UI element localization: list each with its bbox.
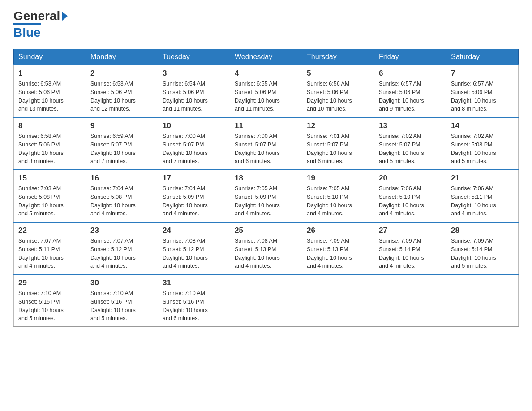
day-of-week-header: Wednesday <box>230 49 302 65</box>
calendar-cell: 19Sunrise: 7:05 AMSunset: 5:10 PMDayligh… <box>302 170 374 222</box>
day-number: 4 <box>235 69 297 78</box>
calendar-cell: 31Sunrise: 7:10 AMSunset: 5:16 PMDayligh… <box>158 274 230 327</box>
calendar-cell: 12Sunrise: 7:01 AMSunset: 5:07 PMDayligh… <box>302 117 374 170</box>
day-number: 21 <box>451 174 514 183</box>
calendar-week-row: 29Sunrise: 7:10 AMSunset: 5:15 PMDayligh… <box>14 274 519 327</box>
day-info: Sunrise: 7:07 AMSunset: 5:12 PMDaylight:… <box>90 237 153 270</box>
calendar-table: SundayMondayTuesdayWednesdayThursdayFrid… <box>13 49 519 327</box>
day-number: 24 <box>163 226 225 235</box>
day-number: 13 <box>379 121 442 130</box>
calendar-cell: 4Sunrise: 6:55 AMSunset: 5:06 PMDaylight… <box>230 65 302 117</box>
day-info: Sunrise: 6:53 AMSunset: 5:06 PMDaylight:… <box>90 80 153 113</box>
day-number: 9 <box>90 121 153 130</box>
calendar-cell: 29Sunrise: 7:10 AMSunset: 5:15 PMDayligh… <box>14 274 86 327</box>
day-number: 6 <box>379 69 442 78</box>
day-info: Sunrise: 7:04 AMSunset: 5:08 PMDaylight:… <box>90 184 153 218</box>
calendar-week-row: 1Sunrise: 6:53 AMSunset: 5:06 PMDaylight… <box>14 65 519 117</box>
day-info: Sunrise: 7:06 AMSunset: 5:11 PMDaylight:… <box>451 184 514 218</box>
day-info: Sunrise: 7:08 AMSunset: 5:13 PMDaylight:… <box>235 237 297 270</box>
calendar-cell: 16Sunrise: 7:04 AMSunset: 5:08 PMDayligh… <box>86 170 158 222</box>
calendar-cell: 3Sunrise: 6:54 AMSunset: 5:06 PMDaylight… <box>158 65 230 117</box>
calendar-cell: 2Sunrise: 6:53 AMSunset: 5:06 PMDaylight… <box>86 65 158 117</box>
calendar-cell: 26Sunrise: 7:09 AMSunset: 5:13 PMDayligh… <box>302 222 374 274</box>
day-info: Sunrise: 7:01 AMSunset: 5:07 PMDaylight:… <box>307 132 369 166</box>
day-number: 8 <box>18 121 81 130</box>
day-number: 29 <box>18 278 81 287</box>
day-info: Sunrise: 7:10 AMSunset: 5:16 PMDaylight:… <box>163 289 225 323</box>
day-info: Sunrise: 7:09 AMSunset: 5:14 PMDaylight:… <box>451 237 514 270</box>
calendar-cell: 24Sunrise: 7:08 AMSunset: 5:12 PMDayligh… <box>158 222 230 274</box>
day-number: 18 <box>235 174 297 183</box>
day-info: Sunrise: 6:58 AMSunset: 5:06 PMDaylight:… <box>18 132 81 166</box>
day-number: 17 <box>163 174 225 183</box>
calendar-cell: 17Sunrise: 7:04 AMSunset: 5:09 PMDayligh… <box>158 170 230 222</box>
page-header: General Blue <box>13 9 519 40</box>
day-info: Sunrise: 7:10 AMSunset: 5:15 PMDaylight:… <box>18 289 81 323</box>
day-number: 5 <box>307 69 369 78</box>
calendar-cell: 23Sunrise: 7:07 AMSunset: 5:12 PMDayligh… <box>86 222 158 274</box>
day-info: Sunrise: 6:57 AMSunset: 5:06 PMDaylight:… <box>379 80 442 113</box>
day-of-week-header: Sunday <box>14 49 86 65</box>
calendar-cell: 1Sunrise: 6:53 AMSunset: 5:06 PMDaylight… <box>14 65 86 117</box>
day-number: 28 <box>451 226 514 235</box>
day-number: 11 <box>235 121 297 130</box>
day-number: 19 <box>307 174 369 183</box>
day-number: 31 <box>163 278 225 287</box>
day-info: Sunrise: 7:00 AMSunset: 5:07 PMDaylight:… <box>163 132 225 166</box>
calendar-cell: 22Sunrise: 7:07 AMSunset: 5:11 PMDayligh… <box>14 222 86 274</box>
day-info: Sunrise: 7:05 AMSunset: 5:10 PMDaylight:… <box>307 184 369 218</box>
day-number: 16 <box>90 174 153 183</box>
calendar-cell: 9Sunrise: 6:59 AMSunset: 5:07 PMDaylight… <box>86 117 158 170</box>
day-number: 7 <box>451 69 514 78</box>
day-number: 22 <box>18 226 81 235</box>
calendar-week-row: 8Sunrise: 6:58 AMSunset: 5:06 PMDaylight… <box>14 117 519 170</box>
calendar-cell <box>230 274 302 327</box>
day-of-week-header: Monday <box>86 49 158 65</box>
day-number: 3 <box>163 69 225 78</box>
logo: General Blue <box>13 9 68 40</box>
calendar-cell: 18Sunrise: 7:05 AMSunset: 5:09 PMDayligh… <box>230 170 302 222</box>
calendar-cell: 8Sunrise: 6:58 AMSunset: 5:06 PMDaylight… <box>14 117 86 170</box>
logo-blue-text: Blue <box>13 23 41 40</box>
day-of-week-header: Thursday <box>302 49 374 65</box>
calendar-cell: 15Sunrise: 7:03 AMSunset: 5:08 PMDayligh… <box>14 170 86 222</box>
day-info: Sunrise: 7:04 AMSunset: 5:09 PMDaylight:… <box>163 184 225 218</box>
calendar-cell: 6Sunrise: 6:57 AMSunset: 5:06 PMDaylight… <box>374 65 446 117</box>
day-info: Sunrise: 7:10 AMSunset: 5:16 PMDaylight:… <box>90 289 153 323</box>
day-info: Sunrise: 7:02 AMSunset: 5:08 PMDaylight:… <box>451 132 514 166</box>
day-number: 23 <box>90 226 153 235</box>
calendar-cell <box>446 274 519 327</box>
calendar-cell: 10Sunrise: 7:00 AMSunset: 5:07 PMDayligh… <box>158 117 230 170</box>
day-info: Sunrise: 7:07 AMSunset: 5:11 PMDaylight:… <box>18 237 81 270</box>
day-number: 10 <box>163 121 225 130</box>
day-info: Sunrise: 7:08 AMSunset: 5:12 PMDaylight:… <box>163 237 225 270</box>
day-number: 12 <box>307 121 369 130</box>
day-info: Sunrise: 6:59 AMSunset: 5:07 PMDaylight:… <box>90 132 153 166</box>
day-info: Sunrise: 6:54 AMSunset: 5:06 PMDaylight:… <box>163 80 225 113</box>
calendar-cell: 27Sunrise: 7:09 AMSunset: 5:14 PMDayligh… <box>374 222 446 274</box>
day-number: 1 <box>18 69 81 78</box>
day-info: Sunrise: 7:02 AMSunset: 5:07 PMDaylight:… <box>379 132 442 166</box>
day-info: Sunrise: 6:57 AMSunset: 5:06 PMDaylight:… <box>451 80 514 113</box>
calendar-cell: 5Sunrise: 6:56 AMSunset: 5:06 PMDaylight… <box>302 65 374 117</box>
day-info: Sunrise: 7:00 AMSunset: 5:07 PMDaylight:… <box>235 132 297 166</box>
logo-text: General <box>13 9 68 23</box>
calendar-cell: 28Sunrise: 7:09 AMSunset: 5:14 PMDayligh… <box>446 222 519 274</box>
calendar-cell: 21Sunrise: 7:06 AMSunset: 5:11 PMDayligh… <box>446 170 519 222</box>
calendar-week-row: 22Sunrise: 7:07 AMSunset: 5:11 PMDayligh… <box>14 222 519 274</box>
day-number: 26 <box>307 226 369 235</box>
day-info: Sunrise: 7:03 AMSunset: 5:08 PMDaylight:… <box>18 184 81 218</box>
logo-general: General <box>13 9 60 23</box>
day-number: 2 <box>90 69 153 78</box>
calendar-cell: 7Sunrise: 6:57 AMSunset: 5:06 PMDaylight… <box>446 65 519 117</box>
day-number: 27 <box>379 226 442 235</box>
day-number: 14 <box>451 121 514 130</box>
day-info: Sunrise: 6:55 AMSunset: 5:06 PMDaylight:… <box>235 80 297 113</box>
calendar-cell: 11Sunrise: 7:00 AMSunset: 5:07 PMDayligh… <box>230 117 302 170</box>
day-number: 20 <box>379 174 442 183</box>
day-info: Sunrise: 7:05 AMSunset: 5:09 PMDaylight:… <box>235 184 297 218</box>
calendar-cell: 20Sunrise: 7:06 AMSunset: 5:10 PMDayligh… <box>374 170 446 222</box>
calendar-cell: 30Sunrise: 7:10 AMSunset: 5:16 PMDayligh… <box>86 274 158 327</box>
day-number: 25 <box>235 226 297 235</box>
day-of-week-header: Tuesday <box>158 49 230 65</box>
